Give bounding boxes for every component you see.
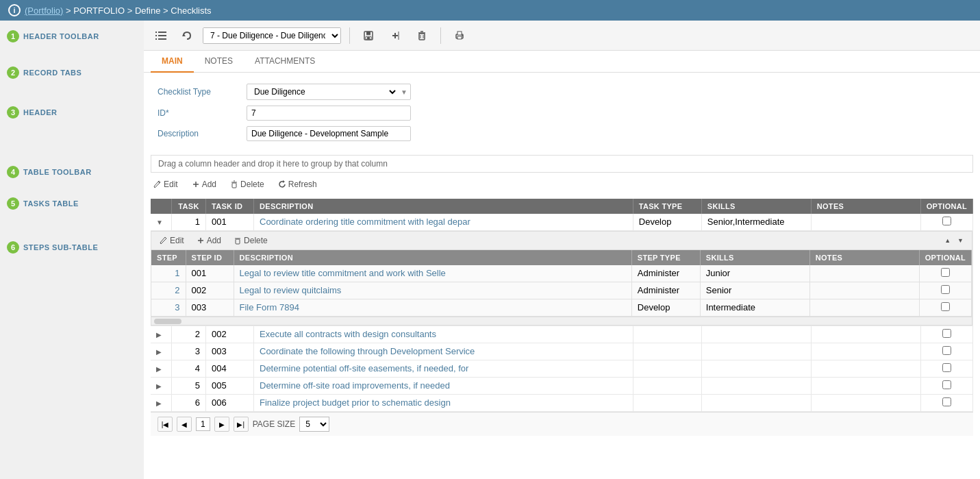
steps-toolbar: Edit Add Delete xyxy=(151,232,972,250)
task-optional-1 xyxy=(920,214,972,231)
tasks-refresh-button[interactable]: Refresh xyxy=(275,178,320,191)
col-step-notes: NOTES xyxy=(809,250,919,265)
tasks-table-wrapper[interactable]: TASK TASK ID DESCRIPTION TASK TYPE SKILL… xyxy=(144,199,980,479)
task-notes-2 xyxy=(811,326,920,343)
step-id-3: 003 xyxy=(186,299,234,317)
checklist-type-select-wrapper[interactable]: Due Diligence ▼ xyxy=(247,84,411,100)
print-button[interactable] xyxy=(449,27,470,44)
annotation-6: 6 STEPS SUB-TABLE xyxy=(7,241,98,254)
expand-btn-2[interactable]: ▶ xyxy=(156,331,166,339)
col-step-desc: DESCRIPTION xyxy=(234,250,631,265)
step-optional-1 xyxy=(919,265,971,282)
step-type-2: Administer xyxy=(631,282,700,299)
col-notes: NOTES xyxy=(811,199,920,214)
separator-2 xyxy=(440,27,441,44)
step-num-2: 2 xyxy=(151,282,186,299)
task-desc-6: Finalize project budget prior to schemat… xyxy=(254,395,633,412)
task-optional-5 xyxy=(920,378,972,395)
expand-cell-1[interactable]: ▼ xyxy=(151,214,172,231)
id-label: ID* xyxy=(158,108,240,118)
task-skills-2 xyxy=(701,326,811,343)
annotation-2: 2 RECORD TABS xyxy=(7,66,81,79)
tab-main[interactable]: MAIN xyxy=(151,51,194,73)
task-optional-4 xyxy=(920,360,972,378)
record-selector[interactable]: 7 - Due Diligence - Due Diligence - D xyxy=(203,27,341,44)
record-dropdown[interactable]: 7 - Due Diligence - Due Diligence - D xyxy=(203,28,340,43)
task-id-1: 001 xyxy=(206,214,254,231)
col-step: STEP xyxy=(151,250,186,265)
step-row: 1 001 Legal to review title commitment a… xyxy=(151,265,972,282)
tab-notes[interactable]: NOTES xyxy=(194,51,244,73)
save-button[interactable] xyxy=(358,27,379,44)
task-notes-5 xyxy=(811,378,920,395)
step-desc-3: File Form 7894 xyxy=(234,299,631,317)
task-id-6: 006 xyxy=(206,395,254,412)
task-num-3: 3 xyxy=(172,343,206,360)
task-id-2: 002 xyxy=(206,326,254,343)
expand-btn-5[interactable]: ▶ xyxy=(156,382,166,390)
svg-rect-2 xyxy=(158,38,166,40)
task-notes-3 xyxy=(811,343,920,360)
step-notes-3 xyxy=(809,299,919,317)
task-skills-6 xyxy=(701,395,811,412)
svg-rect-20 xyxy=(457,32,462,35)
steps-scroll-bar[interactable] xyxy=(151,317,972,325)
checklist-type-row: Checklist Type Due Diligence ▼ xyxy=(158,84,966,100)
tasks-add-button[interactable]: Add xyxy=(189,178,219,191)
breadcrumb-portfolio-link[interactable]: (Portfolio) xyxy=(25,5,63,16)
col-task-type: TASK TYPE xyxy=(633,199,701,214)
step-notes-1 xyxy=(809,265,919,282)
add-split-button[interactable] xyxy=(384,27,406,44)
svg-rect-4 xyxy=(155,35,157,36)
table-row: ▶ 2 002 Execute all contracts with desig… xyxy=(151,326,973,343)
page-next-button[interactable]: ▶ xyxy=(214,417,229,432)
steps-delete-button[interactable]: Delete xyxy=(231,234,271,247)
print-icon xyxy=(454,30,465,41)
step-id-1: 001 xyxy=(186,265,234,282)
tab-attachments[interactable]: ATTACHMENTS xyxy=(244,51,326,73)
steps-scroll-up[interactable]: ▲ xyxy=(942,236,953,245)
add-icon xyxy=(389,30,401,41)
expand-btn-4[interactable]: ▶ xyxy=(156,365,166,373)
task-desc-5: Determine off-site road improvements, if… xyxy=(254,378,633,395)
delete-button[interactable] xyxy=(412,27,432,44)
description-label: Description xyxy=(158,129,240,138)
steps-edit-icon xyxy=(160,236,168,245)
svg-rect-14 xyxy=(419,34,425,40)
steps-add-button[interactable]: Add xyxy=(194,234,224,247)
svg-rect-5 xyxy=(155,38,157,40)
steps-edit-button[interactable]: Edit xyxy=(157,234,187,247)
drag-hint: Drag a column header and drop it here to… xyxy=(151,155,973,173)
steps-sub-row: Edit Add Delete xyxy=(151,231,973,326)
tasks-table: TASK TASK ID DESCRIPTION TASK TYPE SKILL… xyxy=(151,199,973,412)
expand-btn-6[interactable]: ▶ xyxy=(156,400,166,407)
page-prev-button[interactable]: ◀ xyxy=(177,417,192,432)
tasks-edit-button[interactable]: Edit xyxy=(151,178,181,191)
expand-btn-1[interactable]: ▼ xyxy=(156,219,166,226)
table-row: ▶ 6 006 Finalize project budget prior to… xyxy=(151,395,973,412)
col-step-optional: OPTIONAL xyxy=(919,250,971,265)
expand-btn-3[interactable]: ▶ xyxy=(156,348,166,356)
info-icon[interactable]: i xyxy=(8,4,21,16)
task-skills-5 xyxy=(701,378,811,395)
step-row: 3 003 File Form 7894 Develop Intermediat… xyxy=(151,299,972,317)
undo-button[interactable] xyxy=(177,27,197,44)
list-icon-button[interactable] xyxy=(151,28,171,43)
page-first-button[interactable]: |◀ xyxy=(158,417,173,432)
task-skills-4 xyxy=(701,360,811,378)
page-last-button[interactable]: ▶| xyxy=(234,417,249,432)
edit-icon xyxy=(153,180,162,188)
task-type-6 xyxy=(633,395,701,412)
tasks-delete-button[interactable]: Delete xyxy=(227,178,267,191)
header-form: Checklist Type Due Diligence ▼ ID* Descr… xyxy=(144,73,980,155)
checklist-type-select[interactable]: Due Diligence xyxy=(247,84,398,99)
task-desc-2: Execute all contracts with design consul… xyxy=(254,326,633,343)
id-input[interactable] xyxy=(247,106,411,121)
id-row: ID* xyxy=(158,106,966,121)
description-input[interactable] xyxy=(247,126,411,141)
tasks-sub-toolbar: Edit Add Delete Refresh xyxy=(151,175,973,193)
pagination-bar: |◀ ◀ 1 ▶ ▶| PAGE SIZE 5 10 20 50 xyxy=(151,412,973,436)
annotation-4: 4 TABLE TOOLBAR xyxy=(7,166,92,178)
page-size-select[interactable]: 5 10 20 50 xyxy=(299,417,329,432)
steps-scroll-down[interactable]: ▼ xyxy=(955,236,966,245)
